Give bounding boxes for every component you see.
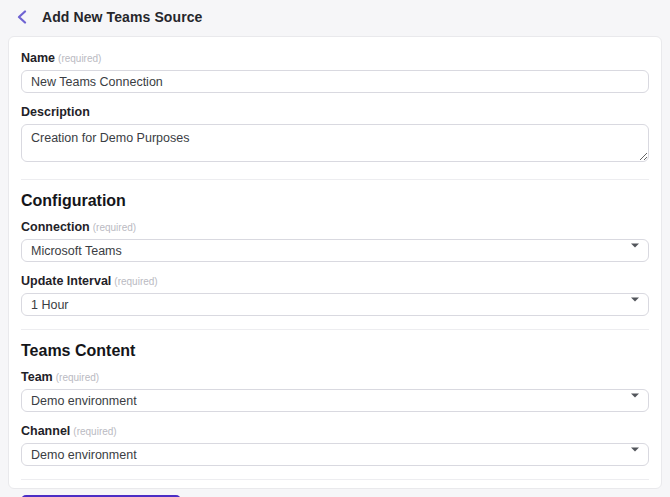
name-required-tag: (required)	[58, 53, 101, 64]
team-selected-value: Demo environment	[31, 394, 137, 408]
channel-label: Channel(required)	[21, 424, 649, 438]
channel-label-text: Channel	[21, 424, 70, 438]
team-select[interactable]: Demo environment	[21, 389, 649, 412]
dropdown-caret-icon	[631, 451, 639, 458]
form-card: Name(required) Description Creation for …	[8, 36, 662, 489]
connection-select[interactable]: Microsoft Teams	[21, 239, 649, 262]
description-label: Description	[21, 105, 649, 119]
chevron-left-icon	[16, 10, 28, 24]
team-label: Team(required)	[21, 370, 649, 384]
connection-label-text: Connection	[21, 220, 90, 234]
channel-field-group: Channel(required) Demo environment	[21, 424, 649, 466]
page-title: Add New Teams Source	[42, 9, 202, 25]
connection-label: Connection(required)	[21, 220, 649, 234]
dropdown-caret-icon	[631, 247, 639, 254]
channel-select[interactable]: Demo environment	[21, 443, 649, 466]
name-label: Name(required)	[21, 51, 649, 65]
name-input[interactable]	[21, 70, 649, 93]
update-interval-required-tag: (required)	[114, 276, 157, 287]
name-field-group: Name(required)	[21, 51, 649, 93]
section-divider	[21, 329, 649, 330]
team-required-tag: (required)	[56, 372, 99, 383]
channel-selected-value: Demo environment	[31, 448, 137, 462]
description-textarea[interactable]: Creation for Demo Purposes	[21, 124, 649, 162]
section-divider	[21, 479, 649, 480]
channel-required-tag: (required)	[73, 426, 116, 437]
connection-selected-value: Microsoft Teams	[31, 244, 122, 258]
update-interval-field-group: Update Interval(required) 1 Hour	[21, 274, 649, 316]
name-label-text: Name	[21, 51, 55, 65]
update-interval-label: Update Interval(required)	[21, 274, 649, 288]
section-divider	[21, 179, 649, 180]
dropdown-caret-icon	[631, 301, 639, 308]
update-interval-selected-value: 1 Hour	[31, 298, 69, 312]
configuration-heading: Configuration	[21, 192, 649, 210]
dropdown-caret-icon	[631, 397, 639, 404]
description-field-group: Description Creation for Demo Purposes	[21, 105, 649, 166]
connection-field-group: Connection(required) Microsoft Teams	[21, 220, 649, 262]
teams-content-heading: Teams Content	[21, 342, 649, 360]
back-chevron-icon[interactable]	[14, 9, 30, 25]
team-label-text: Team	[21, 370, 53, 384]
connection-required-tag: (required)	[93, 222, 136, 233]
team-field-group: Team(required) Demo environment	[21, 370, 649, 412]
update-interval-select[interactable]: 1 Hour	[21, 293, 649, 316]
page-header: Add New Teams Source	[0, 0, 670, 33]
update-interval-label-text: Update Interval	[21, 274, 111, 288]
